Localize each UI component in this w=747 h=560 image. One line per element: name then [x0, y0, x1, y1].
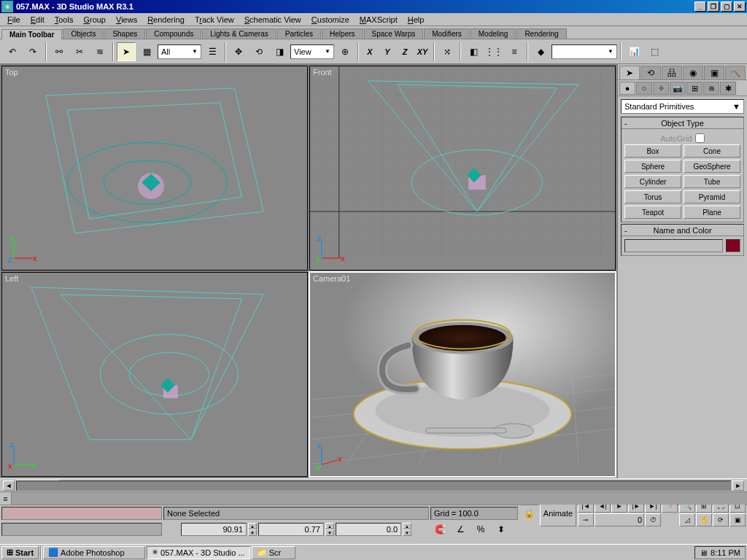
trackview-button[interactable]: 📊: [624, 42, 643, 61]
link-button[interactable]: ⚯: [50, 42, 69, 61]
viewport-left[interactable]: Left y z x: [1, 272, 308, 477]
torus-button[interactable]: Torus: [624, 190, 681, 203]
tab-shapes[interactable]: Shapes: [104, 28, 145, 39]
tab-modifiers[interactable]: Modifiers: [424, 28, 470, 39]
cameras-subtab[interactable]: 📷: [670, 82, 686, 95]
select-by-name-button[interactable]: ☰: [203, 42, 222, 61]
tray-icon[interactable]: 🖥: [700, 548, 708, 557]
tab-compounds[interactable]: Compounds: [146, 28, 201, 39]
hierarchy-tab[interactable]: 品: [662, 66, 682, 80]
menu-group[interactable]: Group: [79, 15, 110, 25]
start-button[interactable]: ⊞ Start: [1, 546, 39, 559]
taskbar-item-3dsmax[interactable]: ✳057.MAX - 3D Studio ...: [147, 546, 250, 559]
undo-button[interactable]: ↶: [3, 42, 22, 61]
timeslider-prev-button[interactable]: ◄: [3, 481, 15, 491]
selection-filter-dropdown[interactable]: All▼: [158, 44, 201, 59]
cone-button[interactable]: Cone: [684, 144, 740, 158]
menu-tools[interactable]: Tools: [50, 15, 78, 25]
pivot-button[interactable]: ⊕: [336, 42, 355, 61]
restrict-z-button[interactable]: Z: [397, 44, 413, 60]
taskbar-item-scr[interactable]: 📁Scr: [252, 546, 295, 559]
mirror-button[interactable]: ◧: [464, 42, 483, 61]
tab-objects[interactable]: Objects: [63, 28, 104, 39]
menu-help[interactable]: Help: [403, 15, 429, 25]
timeslider-track[interactable]: [16, 481, 731, 491]
trackbar-toggle[interactable]: ≡: [0, 492, 12, 505]
pan-button[interactable]: ✋: [696, 513, 712, 526]
scale-button[interactable]: ◨: [270, 42, 289, 61]
z-coord-field[interactable]: 0.0: [336, 523, 401, 536]
ik-button[interactable]: ⤭: [438, 42, 457, 61]
fov-button[interactable]: ◿: [679, 513, 695, 526]
box-button[interactable]: Box: [624, 144, 681, 158]
autogrid-checkbox[interactable]: [695, 133, 705, 143]
menu-schematic[interactable]: Schematic View: [240, 15, 306, 25]
tab-rendering[interactable]: Rendering: [516, 28, 566, 39]
utilities-tab[interactable]: 🔨: [725, 66, 746, 80]
trackbar-ruler[interactable]: [12, 492, 747, 505]
named-sets-button[interactable]: ◆: [531, 42, 550, 61]
create-tab[interactable]: ➤: [619, 66, 640, 80]
restrict-y-button[interactable]: Y: [379, 44, 395, 60]
lights-subtab[interactable]: ✧: [653, 82, 669, 95]
tube-button[interactable]: Tube: [684, 175, 740, 188]
shapes-subtab[interactable]: ○: [636, 82, 652, 95]
object-color-swatch[interactable]: [726, 239, 740, 252]
tab-helpers[interactable]: Helpers: [322, 28, 363, 39]
motion-tab[interactable]: ◉: [683, 66, 703, 80]
array-button[interactable]: ⋮⋮: [484, 42, 503, 61]
menu-customize[interactable]: Customize: [307, 15, 354, 25]
rollout-header[interactable]: -Object Type: [622, 117, 743, 129]
snap-toggle-button[interactable]: 🧲: [430, 520, 449, 539]
menu-rendering[interactable]: Rendering: [143, 15, 189, 25]
sphere-button[interactable]: Sphere: [624, 160, 681, 173]
percent-snap-button[interactable]: %: [471, 520, 490, 539]
arc-rotate-button[interactable]: ⟳: [713, 513, 729, 526]
move-button[interactable]: ✥: [229, 42, 248, 61]
restore-button[interactable]: ❐: [708, 1, 719, 12]
viewport-camera[interactable]: Camera01: [309, 272, 616, 477]
taskbar-item-photoshop[interactable]: 🟦Adobe Photoshop: [43, 546, 145, 559]
lock-button[interactable]: 🔒: [519, 504, 538, 523]
z-spinner[interactable]: ▲▼: [403, 523, 411, 536]
display-tab[interactable]: ▣: [704, 66, 724, 80]
tab-lights-cameras[interactable]: Lights & Cameras: [202, 28, 276, 39]
timeslider-next-button[interactable]: ►: [732, 481, 744, 491]
menu-trackview[interactable]: Track View: [190, 15, 239, 25]
time-config-button[interactable]: ⏱: [645, 513, 661, 526]
maximize-viewport-button[interactable]: ▣: [729, 513, 746, 526]
cylinder-button[interactable]: Cylinder: [624, 175, 681, 188]
angle-snap-button[interactable]: ∠: [451, 520, 470, 539]
system-tray[interactable]: 🖥 8:11 PM: [694, 546, 746, 559]
align-button[interactable]: ≡: [505, 42, 524, 61]
menu-edit[interactable]: Edit: [26, 15, 49, 25]
object-name-input[interactable]: [624, 239, 723, 252]
viewport-front[interactable]: Front x z y: [309, 66, 616, 271]
key-toggle-button[interactable]: ⊸: [578, 513, 594, 526]
unlink-button[interactable]: ✂: [70, 42, 89, 61]
maximize-button[interactable]: ▢: [721, 1, 732, 12]
restrict-x-button[interactable]: X: [362, 44, 378, 60]
helpers-subtab[interactable]: ⊞: [686, 82, 703, 95]
minimize-button[interactable]: _: [694, 1, 706, 12]
pyramid-button[interactable]: Pyramid: [684, 190, 740, 203]
rollout-header[interactable]: -Name and Color: [622, 225, 743, 236]
named-sets-dropdown[interactable]: ▼: [551, 44, 617, 59]
y-coord-field[interactable]: 0.77: [258, 523, 324, 536]
rotate-button[interactable]: ⟲: [249, 42, 268, 61]
schematic-button[interactable]: ⬚: [645, 42, 664, 61]
geosphere-button[interactable]: GeoSphere: [684, 160, 740, 173]
viewport-top[interactable]: Top x y z: [1, 66, 308, 271]
bind-spacewarp-button[interactable]: ≋: [90, 42, 109, 61]
tab-main-toolbar[interactable]: Main Toolbar: [1, 29, 62, 39]
spinner-snap-button[interactable]: ⬍: [492, 520, 511, 539]
y-spinner[interactable]: ▲▼: [325, 523, 334, 536]
x-coord-field[interactable]: 90.91: [181, 523, 247, 536]
modify-tab[interactable]: ⟲: [640, 66, 661, 80]
menu-views[interactable]: Views: [112, 15, 142, 25]
teapot-button[interactable]: Teapot: [624, 206, 681, 219]
menu-file[interactable]: File: [3, 15, 25, 25]
tab-spacewarps[interactable]: Space Warps: [364, 28, 424, 39]
script-listener[interactable]: [1, 523, 162, 536]
tab-particles[interactable]: Particles: [277, 28, 321, 39]
